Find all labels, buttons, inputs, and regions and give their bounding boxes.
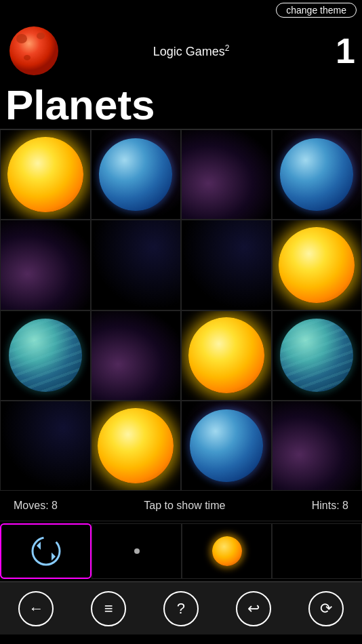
time-display[interactable]: Tap to show time [144,500,225,512]
planet-sun [7,137,83,213]
game-title: Planets [0,81,362,129]
refresh-icon [30,535,62,567]
grid-cell-2-2[interactable] [181,310,272,401]
grid-cell-2-3[interactable] [272,310,363,401]
thumb-cell-3[interactable] [272,523,362,579]
svg-point-2 [37,33,45,39]
list-icon: ≡ [104,600,113,618]
help-icon: ? [177,600,185,618]
grid-cell-0-1[interactable] [91,129,182,220]
grid-cell-0-0[interactable] [0,129,91,220]
svg-point-0 [9,26,58,75]
list-button[interactable]: ≡ [91,591,126,626]
game-grid[interactable] [0,129,362,491]
grid-cell-0-2[interactable] [181,129,272,220]
change-theme-button[interactable]: change theme [276,3,357,18]
grid-cell-1-1[interactable] [91,220,182,310]
grid-cell-1-0[interactable] [0,220,91,310]
refresh-button[interactable]: ⟳ [308,591,344,626]
planet-sun-3 [188,317,264,393]
top-bar: change theme [0,0,362,20]
help-button[interactable]: ? [163,591,199,626]
planet-blue-3 [190,409,263,483]
planet-sun-2 [279,227,355,303]
thumb-cell-0[interactable] [0,523,92,579]
planet-teal-2 [280,319,353,392]
bottom-nav: ← ≡ ? ↩ ⟳ [0,582,362,635]
grid-cell-0-3[interactable] [272,129,363,220]
grid-cell-2-0[interactable] [0,310,91,401]
grid-cell-2-1[interactable] [91,310,182,401]
planet-sun-4 [98,408,174,484]
undo-button[interactable]: ↩ [236,591,271,626]
app-title: Logic Games2 [61,43,321,59]
refresh-nav-icon: ⟳ [320,600,332,618]
moves-display: Moves: 8 [14,500,58,512]
grid-cell-3-1[interactable] [91,401,182,491]
grid-cell-1-3[interactable] [272,220,363,310]
hints-display: Hints: 8 [312,500,348,512]
thumb-dot [134,548,140,554]
svg-point-1 [16,34,27,43]
back-button[interactable]: ← [18,591,54,626]
grid-cell-1-2[interactable] [181,220,272,310]
stats-bar: Moves: 8 Tap to show time Hints: 8 [0,491,362,521]
svg-point-4 [33,538,60,565]
grid-cell-3-3[interactable] [272,401,363,491]
undo-icon: ↩ [247,600,260,618]
grid-cell-3-2[interactable] [181,401,272,491]
planet-blue-2 [280,138,353,212]
thumb-cell-1[interactable] [92,523,182,579]
thumbnail-strip [0,521,362,582]
svg-point-3 [24,55,31,60]
thumb-planet [212,536,242,566]
header: Logic Games2 1 [0,20,362,81]
app-logo [7,24,61,78]
planet-teal-1 [9,319,82,392]
planet-blue [99,138,172,212]
grid-cell-3-0[interactable] [0,401,91,491]
score-display: 1 [321,31,355,71]
back-icon: ← [28,600,43,618]
thumb-cell-2[interactable] [182,523,272,579]
